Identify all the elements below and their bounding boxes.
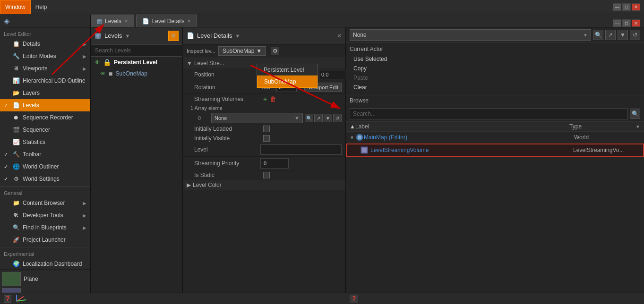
ld-map-dropdown[interactable]: SubOneMap ▼ Persistent Level SubOneMap [218, 46, 266, 56]
subonemap-eye-icon[interactable]: 👁 [100, 70, 106, 77]
streaming-priority-input[interactable]: 0 [260, 158, 289, 169]
browse-arrow-btn-2[interactable]: ▼ [618, 30, 628, 40]
lsv-label: LevelStreamingVolume [370, 147, 573, 153]
ld-close-btn[interactable]: ✕ [337, 33, 342, 39]
menu-bar: Window Help [0, 0, 52, 14]
sv-refresh-btn[interactable]: ↺ [333, 114, 342, 122]
dropdown-option-persistent[interactable]: Persistent Level [257, 64, 318, 76]
level-details-panel: 📄 Level Details ▼ ✕ Inspect lev... SubOn… [183, 27, 346, 304]
browse-row-mainmap[interactable]: ▼ MainMap (Editor) World [346, 132, 644, 144]
level-details-tab[interactable]: 📄 Level Details ✕ [136, 15, 197, 27]
level-item-subonemap[interactable]: 👁 ■ SubOneMap [91, 68, 182, 79]
hierarchical-lod-icon: 📊 [12, 77, 20, 84]
sidebar-item-project-launcher[interactable]: 🚀 Project Launcher [0, 234, 90, 246]
copy-action[interactable]: Copy [350, 64, 640, 73]
viewports-arrow: ▶ [83, 66, 86, 71]
initially-loaded-checkbox[interactable] [263, 126, 270, 132]
sidebar-item-world-settings[interactable]: ⚙ World Settings [0, 173, 90, 185]
label-header[interactable]: Label [355, 123, 569, 130]
separator-1 [0, 186, 90, 186]
levels-panel-header: ▦ Levels ▼ ⚙ [91, 27, 182, 44]
level-details-tab-close[interactable]: ✕ [187, 18, 191, 24]
dropdown-option-subonemap[interactable]: SubOneMap [257, 76, 318, 88]
hierarchical-lod-label: Hierarchical LOD Outline [23, 77, 86, 84]
sort-arrow: ▲ [350, 123, 355, 130]
use-selected-action[interactable]: Use Selected [350, 54, 640, 64]
sidebar-item-statistics[interactable]: 📈 Statistics [0, 136, 90, 148]
section-experimental: Experimental [0, 249, 90, 258]
del-streaming-volume-btn[interactable]: 🗑 [270, 95, 276, 103]
statistics-label: Statistics [23, 139, 45, 145]
level-item-persistent[interactable]: 👁 🔒 Persistent Level [91, 57, 182, 68]
is-static-checkbox[interactable] [263, 172, 270, 178]
is-static-label: Is Static [194, 172, 260, 178]
sidebar-item-sequencer[interactable]: 🎬 Sequencer [0, 124, 90, 136]
close-button[interactable]: ✕ [632, 3, 640, 11]
browse-search-btn[interactable]: 🔍 [593, 30, 603, 40]
sidebar-item-editor-modes[interactable]: 🔧 Editor Modes ▶ [0, 50, 90, 62]
level-color-section[interactable]: ▶ Level Color [183, 180, 345, 190]
localization-dashboard-label: Localization Dashboard [23, 261, 82, 267]
sidebar-item-details[interactable]: 📋 Details ▶ [0, 38, 90, 50]
levels-tab[interactable]: ▦ Levels ✕ [91, 15, 134, 27]
menu-window[interactable]: Window [0, 0, 31, 14]
world-outliner-label: World Outliner [23, 163, 59, 170]
browse-search-input[interactable]: Search... [350, 108, 628, 119]
browse-row-level-streaming-volume[interactable]: LevelStreamingVolume LevelStreamingVo... [346, 144, 644, 157]
menu-help[interactable]: Help [31, 0, 52, 14]
editor-modes-arrow: ▶ [83, 54, 86, 59]
paste-action[interactable]: Paste [350, 73, 640, 83]
add-streaming-volume-btn[interactable]: + [263, 95, 267, 103]
clear-action[interactable]: Clear [350, 83, 640, 92]
streaming-volumes-label: Streaming Volumes [194, 96, 260, 102]
sidebar-item-localization-dashboard[interactable]: 🌍 Localization Dashboard [0, 258, 90, 270]
ld-map-dropdown-menu: Persistent Level SubOneMap [257, 64, 318, 88]
sv-search-btn[interactable]: 🔍 [305, 114, 313, 122]
levels-search-box[interactable]: Search Levels [91, 44, 182, 57]
none-dropdown[interactable]: None ▼ [350, 29, 591, 41]
current-actor-actions: Use Selected Copy Paste Clear [350, 54, 640, 92]
level-stream-label: Level Stre... [194, 60, 224, 67]
sidebar-item-sequence-recorder[interactable]: ⏺ Sequence Recorder [0, 111, 90, 124]
sidebar-item-world-outliner[interactable]: 🌐 World Outliner [0, 160, 90, 173]
level-details-tab-label: Level Details [152, 18, 185, 25]
sec-minimize[interactable]: — [613, 19, 621, 27]
type-header[interactable]: Type [569, 123, 635, 130]
levels-panel-settings-btn[interactable]: ⚙ [168, 31, 179, 41]
sidebar-item-developer-tools[interactable]: 🛠 Developer Tools ▶ [0, 209, 90, 221]
sidebar-item-hierarchical-lod[interactable]: 📊 Hierarchical LOD Outline [0, 75, 90, 87]
sidebar-item-find-blueprints[interactable]: 🔍 Find in Blueprints ▶ [0, 221, 90, 234]
level-input[interactable] [260, 144, 342, 155]
ld-inspect-label: Inspect lev... [187, 48, 215, 54]
streaming-priority-row: Streaming Priority 0 [183, 157, 345, 170]
sec-maximize[interactable]: □ [622, 19, 631, 27]
browse-search-icon-btn[interactable]: 🔍 [630, 109, 640, 119]
maximize-button[interactable]: □ [622, 3, 631, 11]
minimize-button[interactable]: — [613, 3, 621, 11]
browse-section-label: Browse [346, 95, 644, 106]
browse-arrow-btn-1[interactable]: ↗ [605, 30, 616, 40]
ld-settings-icon[interactable]: ⚙ [271, 47, 279, 55]
none-dropdown-value: None [353, 32, 367, 38]
sec-close[interactable]: ✕ [632, 19, 640, 27]
levels-panel-dropdown-arrow[interactable]: ▼ [125, 33, 130, 39]
sidebar-item-viewports[interactable]: 🖥 Viewports ▶ [0, 62, 90, 75]
ld-map-dropdown-value: SubOneMap [223, 48, 254, 54]
ld-title-dropdown[interactable]: ▼ [235, 33, 240, 39]
persistent-eye-icon[interactable]: 👁 [94, 59, 100, 66]
sidebar-item-toolbar[interactable]: 🔨 Toolbar [0, 148, 90, 160]
sv-arrow1-btn[interactable]: ↗ [314, 114, 323, 122]
sv-item-dropdown[interactable]: None ▼ [211, 113, 303, 123]
sidebar-item-content-browser[interactable]: 📁 Content Browser ▶ [0, 197, 90, 209]
initially-visible-checkbox[interactable] [263, 135, 270, 142]
find-blueprints-arrow: ▶ [83, 225, 86, 230]
browse-refresh-btn[interactable]: ↺ [630, 30, 640, 40]
ld-map-dropdown-arrow: ▼ [256, 48, 262, 54]
sidebar-item-layers[interactable]: 📂 Layers [0, 87, 90, 99]
content-browser-label: Content Browser [23, 200, 65, 206]
mainmap-type: World [574, 134, 640, 141]
thumb-plane[interactable]: Plane [2, 272, 88, 286]
sidebar-item-levels[interactable]: 📄 Levels [0, 99, 90, 111]
sv-arrow2-btn[interactable]: ▼ [324, 114, 332, 122]
levels-tab-close[interactable]: ✕ [124, 18, 128, 24]
